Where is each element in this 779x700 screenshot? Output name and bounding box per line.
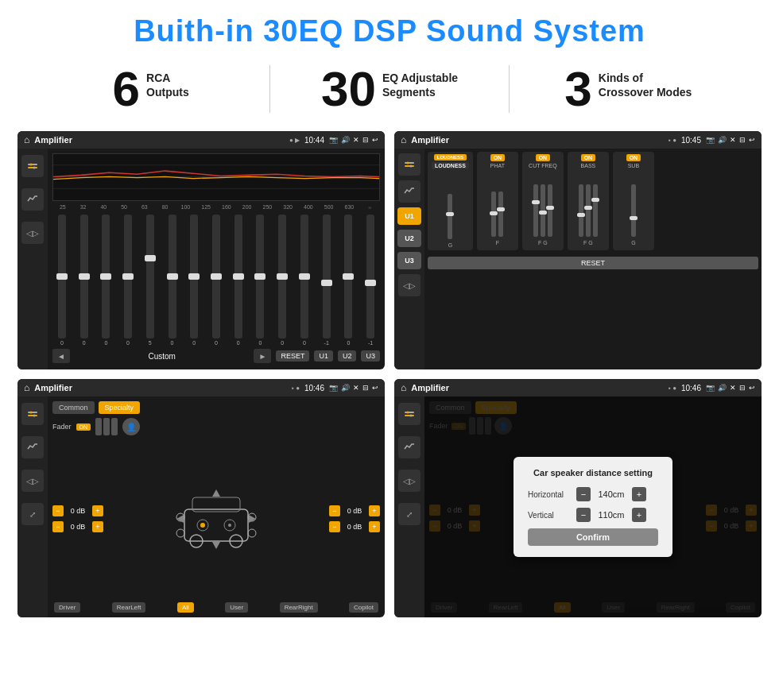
cross-db-minus-3[interactable]: − [329, 505, 340, 516]
cross-btn-all[interactable]: All [177, 602, 194, 613]
cross-fader-line-2[interactable] [103, 418, 110, 435]
amp-channel-sub: ON SUB G [613, 152, 654, 250]
eq-slider-3[interactable]: 0 [118, 215, 138, 346]
cross-btn-user[interactable]: User [225, 602, 248, 613]
cross-db-plus-4[interactable]: + [369, 521, 380, 532]
svg-marker-30 [176, 515, 184, 523]
cross-tab-common[interactable]: Common [52, 401, 95, 414]
eq-u2-btn[interactable]: U2 [338, 350, 357, 362]
cross-db-minus-4[interactable]: − [329, 521, 340, 532]
eq-side-btn-1[interactable] [21, 155, 44, 177]
cross-btn-rearright[interactable]: RearRight [280, 602, 318, 613]
bass-on-badge[interactable]: ON [581, 154, 596, 161]
cross-tab-specialty[interactable]: Specialty [99, 401, 141, 414]
cross-time: 10:46 [304, 384, 324, 393]
eq-main: 25 32 40 50 63 80 100 125 160 200 250 32… [48, 149, 385, 369]
eq-slider-5[interactable]: 0 [163, 215, 182, 346]
modal-title: Car speaker distance setting [528, 468, 658, 478]
eq-slider-6[interactable]: 0 [184, 215, 203, 346]
cross-db-minus-1[interactable]: − [52, 505, 64, 516]
eq-slider-4[interactable]: 5 [141, 215, 160, 346]
loudness-on-badge[interactable]: LOUDNESS [434, 154, 467, 160]
eq-slider-14[interactable]: -1 [361, 215, 380, 346]
eq-status-bar: ⌂ Amplifier ● ▶ 10:44 📷 🔊 ✕ ⊟ ↩ [17, 131, 385, 149]
eq-slider-7[interactable]: 0 [207, 215, 226, 346]
eq-u1-btn[interactable]: U1 [314, 350, 333, 362]
svg-point-2 [30, 164, 33, 166]
cross-content: ◁▷ ⤢ Common Specialty Fader ON 👤 [17, 396, 385, 617]
stat-eq-label2: Segments [382, 85, 458, 99]
eq-freq-labels: 25 32 40 50 63 80 100 125 160 200 250 32… [52, 204, 380, 211]
eq-slider-1[interactable]: 0 [75, 215, 94, 346]
modal-vertical-plus[interactable]: + [632, 508, 646, 522]
eq-bottom-bar: ◄ Custom ► RESET U1 U2 U3 [52, 346, 380, 365]
svg-rect-1 [28, 167, 37, 168]
eq-slider-13[interactable]: 0 [339, 215, 358, 346]
eq-side-btn-2[interactable] [21, 188, 44, 211]
cross-db-plus-2[interactable]: + [92, 521, 103, 532]
amp-eq-btn[interactable] [398, 153, 421, 176]
modal-confirm-button[interactable]: Confirm [528, 528, 658, 546]
eq-u3-btn[interactable]: U3 [361, 350, 380, 362]
eq-next-btn[interactable]: ► [254, 349, 271, 363]
eq-slider-8[interactable]: 0 [229, 215, 248, 346]
cross-db-plus-1[interactable]: + [92, 505, 103, 516]
eq-reset-btn[interactable]: RESET [276, 350, 309, 362]
dist-vol-btn[interactable]: ◁▷ [398, 470, 421, 492]
cross-wave-btn[interactable] [21, 436, 44, 458]
eq-slider-9[interactable]: 0 [251, 215, 270, 346]
dist-eq-btn[interactable] [398, 403, 421, 425]
eq-screen: ⌂ Amplifier ● ▶ 10:44 📷 🔊 ✕ ⊟ ↩ ◁▷ [17, 131, 385, 369]
svg-point-11 [410, 165, 413, 168]
cross-fader-line-1[interactable] [95, 418, 102, 435]
amp-wave-btn[interactable] [398, 180, 421, 203]
phat-on-badge[interactable]: ON [490, 154, 506, 161]
dist-content: ◁▷ ⤢ Common Specialty Fader ON [394, 396, 762, 617]
eq-slider-0[interactable]: 0 [52, 215, 72, 346]
modal-horizontal-plus[interactable]: + [632, 487, 646, 501]
cross-db-plus-3[interactable]: + [369, 505, 380, 516]
svg-rect-32 [405, 412, 414, 413]
eq-screen-title: Amplifier [34, 135, 285, 145]
modal-overlay: Car speaker distance setting Horizontal … [424, 396, 762, 617]
eq-slider-12[interactable]: -1 [317, 215, 336, 346]
modal-horizontal-minus[interactable]: − [576, 487, 591, 501]
dist-wave-btn[interactable] [398, 436, 421, 458]
amp-u2-sidebar-btn[interactable]: U2 [397, 230, 421, 247]
amp-reset-btn[interactable]: RESET [428, 257, 758, 269]
eq-side-btn-3[interactable]: ◁▷ [21, 222, 44, 244]
eq-slider-11[interactable]: 0 [295, 215, 314, 346]
cross-vol-btn[interactable]: ◁▷ [21, 470, 44, 492]
stat-crossover-label1: Kinds of [599, 71, 692, 85]
eq-content: ◁▷ 25 [17, 149, 385, 369]
cross-on-toggle[interactable]: ON [76, 423, 91, 431]
cutfreq-label: CUT FREQ [529, 163, 557, 168]
cross-sidebar: ◁▷ ⤢ [17, 396, 48, 617]
cross-btn-rearleft[interactable]: RearLeft [112, 602, 146, 613]
eq-slider-2[interactable]: 0 [96, 215, 115, 346]
cross-db-row-4: − 0 dB + [329, 521, 380, 532]
cross-car-area: − 0 dB + − 0 dB + [52, 439, 380, 598]
modal-vertical-minus[interactable]: − [576, 508, 591, 522]
cross-db-minus-2[interactable]: − [52, 521, 64, 532]
dist-screen-title: Amplifier [411, 383, 664, 393]
dist-expand-btn[interactable]: ⤢ [398, 503, 421, 525]
amp-u1-sidebar-btn[interactable]: U1 [397, 207, 421, 225]
dist-screen: ⌂ Amplifier ▪ ● 10:46 📷 🔊 ✕ ⊟ ↩ ◁▷ [394, 379, 762, 617]
stat-eq-number: 30 [321, 64, 376, 114]
cutfreq-on-badge[interactable]: ON [536, 154, 551, 161]
amp-channel-loudness: LOUDNESS LOUDNESS G [428, 152, 473, 250]
cross-btn-copilot[interactable]: Copilot [349, 602, 378, 613]
eq-prev-btn[interactable]: ◄ [52, 349, 70, 363]
cross-fader-line-3[interactable] [111, 418, 118, 435]
sub-on-badge[interactable]: ON [626, 154, 641, 161]
modal-vertical-row: Vertical − 110cm + [528, 508, 658, 522]
amp-vol-btn[interactable]: ◁▷ [398, 274, 421, 296]
eq-slider-10[interactable]: 0 [273, 215, 292, 346]
cross-btn-driver[interactable]: Driver [54, 602, 80, 613]
stat-rca-label1: RCA [146, 71, 189, 85]
amp-u3-sidebar-btn[interactable]: U3 [397, 252, 421, 269]
svg-marker-29 [212, 542, 220, 549]
cross-eq-btn[interactable] [21, 403, 44, 425]
cross-expand-btn[interactable]: ⤢ [21, 503, 44, 525]
